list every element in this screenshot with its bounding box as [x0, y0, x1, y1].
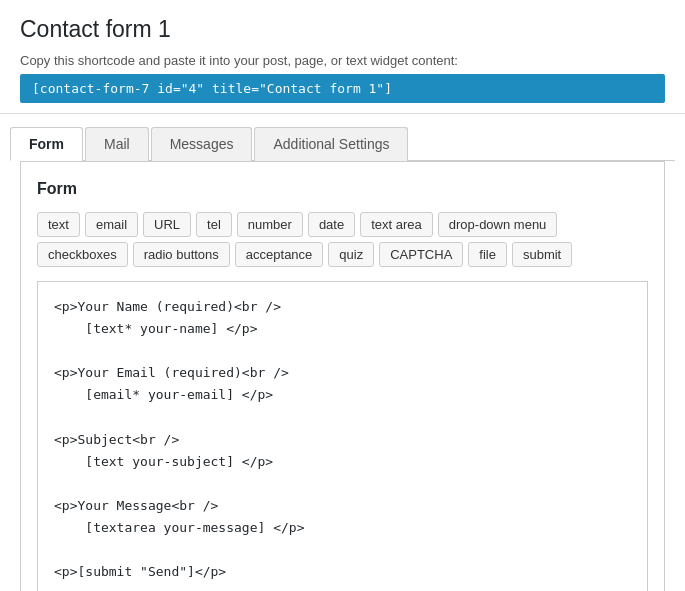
tag-btn-email[interactable]: email	[85, 212, 138, 237]
tag-btn-submit[interactable]: submit	[512, 242, 572, 267]
tab-mail[interactable]: Mail	[85, 127, 149, 161]
tag-btn-dropdown[interactable]: drop-down menu	[438, 212, 558, 237]
tag-btn-number[interactable]: number	[237, 212, 303, 237]
tag-btn-captcha[interactable]: CAPTCHA	[379, 242, 463, 267]
tag-btn-textarea[interactable]: text area	[360, 212, 433, 237]
tab-form[interactable]: Form	[10, 127, 83, 161]
form-code-editor[interactable]: <p>Your Name (required)<br /> [text* you…	[37, 281, 648, 591]
form-tab-content: Form text email URL tel number date text…	[20, 161, 665, 591]
page-wrapper: Contact form 1 Copy this shortcode and p…	[0, 0, 685, 591]
tag-btn-text[interactable]: text	[37, 212, 80, 237]
tag-btn-radio[interactable]: radio buttons	[133, 242, 230, 267]
tab-additional-settings[interactable]: Additional Settings	[254, 127, 408, 161]
header-section: Contact form 1 Copy this shortcode and p…	[0, 0, 685, 114]
shortcode-box[interactable]: [contact-form-7 id="4" title="Contact fo…	[20, 74, 665, 103]
tabs-bar: Form Mail Messages Additional Settings	[10, 126, 675, 161]
tag-btn-checkboxes[interactable]: checkboxes	[37, 242, 128, 267]
tag-buttons-row: text email URL tel number date text area…	[37, 212, 648, 267]
tab-messages[interactable]: Messages	[151, 127, 253, 161]
tag-btn-date[interactable]: date	[308, 212, 355, 237]
tag-btn-url[interactable]: URL	[143, 212, 191, 237]
tag-btn-acceptance[interactable]: acceptance	[235, 242, 324, 267]
tag-btn-tel[interactable]: tel	[196, 212, 232, 237]
shortcode-label: Copy this shortcode and paste it into yo…	[20, 53, 665, 68]
tag-btn-file[interactable]: file	[468, 242, 507, 267]
tag-btn-quiz[interactable]: quiz	[328, 242, 374, 267]
form-section-title: Form	[37, 180, 648, 198]
page-title: Contact form 1	[20, 16, 665, 43]
